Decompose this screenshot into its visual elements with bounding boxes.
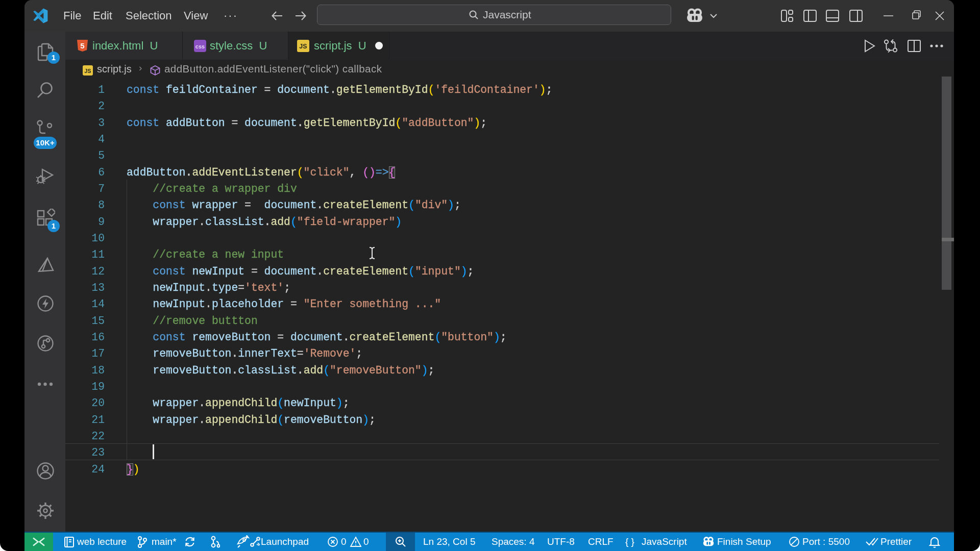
svg-text:5: 5 bbox=[80, 41, 84, 50]
svg-text:JS: JS bbox=[299, 43, 307, 50]
svg-text:css: css bbox=[195, 43, 205, 49]
svg-text:JS: JS bbox=[85, 68, 91, 74]
